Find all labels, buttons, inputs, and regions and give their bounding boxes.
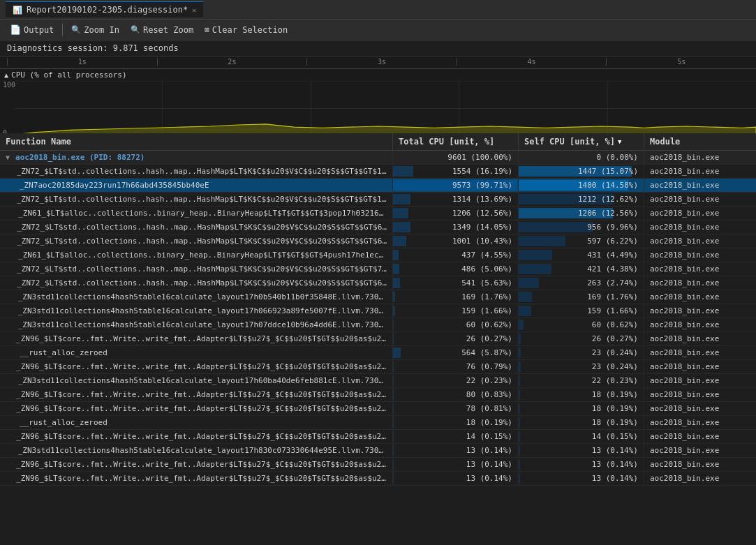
total-cpu-bar	[393, 320, 394, 330]
td-self-cpu: 13 (0.14%)	[519, 472, 644, 485]
table-row[interactable]: _ZN3std11collections4hash5table16calcula…	[0, 290, 756, 304]
td-total-cpu: 169 (1.76%)	[393, 290, 519, 304]
td-self-cpu: 263 (2.74%)	[519, 276, 644, 290]
table-row[interactable]: ▼aoc2018_bin.exe (PID: 88272)9601 (100.0…	[0, 151, 756, 165]
th-module[interactable]: Module	[644, 133, 756, 150]
table-row[interactable]: _ZN72_$LT$std..collections..hash..map..H…	[0, 262, 756, 276]
table-row[interactable]: _ZN96_$LT$core..fmt..Write..write_fmt..A…	[0, 360, 756, 374]
table-row[interactable]: _ZN3std11collections4hash5table16calcula…	[0, 304, 756, 318]
total-cpu-text: 22 (0.23%)	[466, 376, 512, 385]
self-cpu-bar	[519, 334, 521, 344]
clear-selection-icon: ⊠	[205, 25, 209, 34]
cpu-collapse-icon[interactable]: ▲	[4, 71, 8, 79]
td-module: aoc2018_bin.exe	[644, 430, 756, 443]
td-module: aoc2018_bin.exe	[644, 193, 756, 206]
zoom-in-button[interactable]: 🔍 Zoom In	[67, 23, 124, 37]
clear-selection-button[interactable]: ⊠ Clear Selection	[200, 23, 292, 37]
table-row[interactable]: _ZN61_$LT$alloc..collections..binary_hea…	[0, 248, 756, 262]
td-total-cpu: 486 (5.06%)	[393, 262, 519, 276]
output-label: Output	[24, 25, 54, 35]
self-cpu-text: 60 (0.62%)	[592, 320, 638, 329]
td-total-cpu: 78 (0.81%)	[393, 402, 519, 415]
document-tab[interactable]: 📊 Report20190102-2305.diagsession* ✕	[6, 1, 203, 17]
table-row[interactable]: _ZN96_$LT$core..fmt..Write..write_fmt..A…	[0, 430, 756, 444]
table-row[interactable]: __rust_alloc_zeroed564 (5.87%)23 (0.24%)…	[0, 346, 756, 360]
toolbar-separator-1	[62, 24, 63, 36]
diagnostics-text: Diagnostics session: 9.871 seconds	[7, 43, 179, 53]
th-self-cpu[interactable]: Self CPU [unit, %] ▼	[519, 133, 644, 150]
table-row[interactable]: _ZN3std11collections4hash5table16calcula…	[0, 444, 756, 458]
table-row[interactable]: _ZN72_$LT$std..collections..hash..map..H…	[0, 221, 756, 234]
total-cpu-bar	[393, 250, 399, 260]
reset-zoom-label: Reset Zoom	[143, 25, 193, 35]
td-self-cpu: 26 (0.27%)	[519, 332, 644, 345]
table-row[interactable]: _ZN72_$LT$std..collections..hash..map..H…	[0, 165, 756, 179]
table-row[interactable]: _ZN96_$LT$core..fmt..Write..write_fmt..A…	[0, 472, 756, 486]
total-cpu-text: 13 (0.14%)	[466, 474, 512, 483]
td-total-cpu: 437 (4.55%)	[393, 248, 519, 262]
total-cpu-text: 14 (0.15%)	[466, 432, 512, 441]
total-cpu-text: 159 (1.66%)	[461, 306, 512, 315]
td-function-name: _ZN61_$LT$alloc..collections..binary_hea…	[0, 207, 393, 220]
td-total-cpu: 80 (0.83%)	[393, 388, 519, 401]
function-name-text: _ZN3std11collections4hash5table16calcula…	[18, 376, 387, 385]
reset-zoom-button[interactable]: 🔍 Reset Zoom	[126, 23, 198, 37]
td-total-cpu: 1001 (10.43%)	[393, 234, 519, 248]
tab-close-button[interactable]: ✕	[192, 6, 196, 14]
table-row[interactable]: _ZN96_$LT$core..fmt..Write..write_fmt..A…	[0, 402, 756, 416]
self-cpu-bar	[519, 222, 593, 232]
total-cpu-text: 1001 (10.43%)	[452, 237, 512, 246]
table-row[interactable]: _ZN7aoc20185day223run17h66abd435845bb40e…	[0, 179, 756, 193]
total-cpu-text: 486 (5.06%)	[461, 264, 512, 274]
total-cpu-text: 1206 (12.56%)	[452, 209, 512, 218]
td-module: aoc2018_bin.exe	[644, 416, 756, 429]
expand-icon[interactable]: ▼	[6, 154, 10, 161]
ruler-tick: 4s	[457, 58, 607, 66]
total-cpu-bar	[393, 389, 394, 400]
cpu-label: ▲ CPU (% of all processors)	[0, 69, 756, 81]
function-name-text: _ZN72_$LT$std..collections..hash..map..H…	[17, 223, 387, 232]
td-total-cpu: 159 (1.66%)	[393, 304, 519, 318]
td-function-name: _ZN96_$LT$core..fmt..Write..write_fmt..A…	[0, 402, 393, 415]
ruler-tick: 5s	[606, 58, 756, 66]
self-cpu-bar	[519, 278, 539, 288]
total-cpu-text: 9573 (99.71%)	[452, 181, 512, 190]
cpu-section-title: CPU (% of all processors)	[11, 70, 127, 80]
th-function-name[interactable]: Function Name	[0, 133, 393, 150]
table-row[interactable]: _ZN61_$LT$alloc..collections..binary_hea…	[0, 207, 756, 221]
table-row[interactable]: _ZN72_$LT$std..collections..hash..map..H…	[0, 276, 756, 290]
td-self-cpu: 18 (0.19%)	[519, 388, 644, 401]
table-row[interactable]: _ZN96_$LT$core..fmt..Write..write_fmt..A…	[0, 458, 756, 472]
function-name-text: _ZN96_$LT$core..fmt..Write..write_fmt..A…	[16, 334, 387, 343]
function-name-text: __rust_alloc_zeroed	[20, 348, 108, 357]
td-total-cpu: 1206 (12.56%)	[393, 207, 519, 220]
td-function-name: _ZN72_$LT$std..collections..hash..map..H…	[0, 221, 393, 234]
table-row[interactable]: _ZN72_$LT$std..collections..hash..map..H…	[0, 193, 756, 207]
td-self-cpu: 597 (6.22%)	[519, 234, 644, 248]
total-cpu-text: 1314 (13.69%)	[452, 195, 512, 204]
total-cpu-text: 13 (0.14%)	[466, 460, 512, 469]
self-cpu-bar	[519, 306, 531, 316]
total-cpu-text: 1349 (14.05%)	[452, 223, 512, 232]
total-cpu-text: 80 (0.83%)	[466, 390, 512, 399]
title-bar: 📊 Report20190102-2305.diagsession* ✕	[0, 0, 756, 20]
table-row[interactable]: _ZN96_$LT$core..fmt..Write..write_fmt..A…	[0, 332, 756, 346]
td-module: aoc2018_bin.exe	[644, 388, 756, 401]
table-body[interactable]: ▼aoc2018_bin.exe (PID: 88272)9601 (100.0…	[0, 151, 756, 544]
output-button[interactable]: 📄 Output	[6, 22, 58, 37]
table-row[interactable]: _ZN96_$LT$core..fmt..Write..write_fmt..A…	[0, 388, 756, 402]
td-total-cpu: 9601 (100.00%)	[393, 151, 519, 164]
self-cpu-bar	[519, 264, 551, 274]
cpu-chart-canvas	[14, 81, 756, 137]
table-row[interactable]: _ZN3std11collections4hash5table16calcula…	[0, 318, 756, 332]
total-cpu-text: 1554 (16.19%)	[452, 167, 512, 176]
function-name-text: _ZN72_$LT$std..collections..hash..map..H…	[17, 195, 387, 204]
table-row[interactable]: __rust_alloc_zeroed18 (0.19%)18 (0.19%)a…	[0, 416, 756, 430]
function-name-text: __rust_alloc_zeroed	[20, 418, 108, 427]
total-cpu-text: 78 (0.81%)	[466, 404, 512, 413]
td-module: aoc2018_bin.exe	[644, 472, 756, 485]
table-row[interactable]: _ZN3std11collections4hash5table16calcula…	[0, 374, 756, 388]
th-total-cpu[interactable]: Total CPU [unit, %]	[393, 133, 519, 150]
td-total-cpu: 13 (0.14%)	[393, 444, 519, 457]
table-row[interactable]: _ZN72_$LT$std..collections..hash..map..H…	[0, 234, 756, 248]
